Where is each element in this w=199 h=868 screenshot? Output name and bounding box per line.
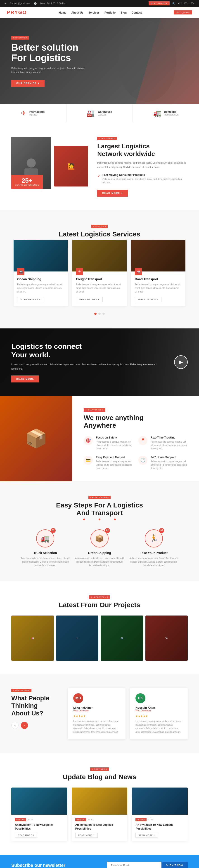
experience-label: Years Experience <box>15 184 39 186</box>
search-icon[interactable]: 🔍 <box>172 2 175 5</box>
road-more-button[interactable]: MORE DETAILS + <box>135 297 162 302</box>
payment-icon-wrap: 💳 <box>84 456 93 465</box>
step-card-3: 🏃 03 Take Your Product Aula commodo vehi… <box>129 529 179 567</box>
testimonial-nav: ‹ › <box>11 722 61 729</box>
experience-badge: 25+ Years Experience <box>11 175 43 189</box>
topbar-email: Contatc@gmail.com <box>10 2 30 5</box>
tracking-title: Real-Time Tracking <box>151 436 188 439</box>
nav-home[interactable]: Home <box>59 11 66 14</box>
portfolio-item-1[interactable]: 🚛 <box>11 616 54 661</box>
strip-item-sub: Transportation <box>164 114 178 116</box>
newsletter-email-input[interactable] <box>107 862 162 868</box>
freight-more-button[interactable]: MORE DETAILS + <box>76 297 103 302</box>
blog-date-3: Jul 30 <box>148 818 153 821</box>
blog-body-3: BY NEWS Jul 30 An Invitation To New Logi… <box>132 815 188 842</box>
nav-about[interactable]: About Us <box>71 11 83 14</box>
portfolio-section: # IN PORTFOLIO Latest From Our Projects … <box>0 581 199 674</box>
ocean-more-button[interactable]: MORE DETAILS + <box>17 297 44 302</box>
portfolio-item-4[interactable]: 🏗 <box>145 616 188 661</box>
review-text-1: Lorem maecenas quisque ac laoreet ac lor… <box>73 719 120 734</box>
about-right-images: 🙋 <box>54 137 88 195</box>
testimonials-section: # TESTIMONIAL What PeopleThinkingAbout U… <box>0 674 199 753</box>
blog-read-button-1[interactable]: READ MORE + <box>15 833 37 838</box>
why-section: 📦 # CHAPTER NO 1 We move anythingAnywher… <box>0 396 199 481</box>
check-icon: ✔ <box>97 174 100 178</box>
blog-title-1: An Invitation To New Logistic Possibilit… <box>15 823 63 831</box>
service-title-freight: Freight Transport <box>76 277 123 281</box>
hero-cta-button[interactable]: OUR SERVICE + <box>11 80 45 87</box>
service-card-ocean: 🚢 Ocean Shipping Pellentesque id congue … <box>13 240 68 306</box>
service-title-road: Road Transport <box>135 277 182 281</box>
blog-meta-3: BY NEWS Jul 30 <box>136 818 184 821</box>
blog-title: Update Blog and News <box>11 773 188 781</box>
blog-read-button-3[interactable]: READ MORE + <box>136 833 158 838</box>
dot-2[interactable] <box>98 313 101 315</box>
service-image-road: 🚛 <box>131 240 186 272</box>
strip-item-sub: Logistics <box>97 114 112 116</box>
warehouse-icon: 🏭 <box>87 110 95 117</box>
blog-meta-badge-2: BY NEWS <box>75 818 86 821</box>
review-text-2: Lorem maecenas quisque ac laoreet ac lor… <box>136 719 182 734</box>
step-dot-1 <box>83 519 85 520</box>
testimonial-card-1: MH Mika hakkinen Web Developer ★★★★★ Lor… <box>68 688 125 739</box>
blog-image-3 <box>132 787 188 815</box>
topbar-read-more-button[interactable]: READ MORE + <box>148 1 170 5</box>
nav-contact[interactable]: Contact <box>132 11 142 14</box>
about-description: Pellentesque id congue magna, sed ultric… <box>97 161 188 169</box>
next-testimonial-button[interactable]: › <box>21 722 28 729</box>
why-feature-text: 24/7 Hours Support Pellentesque id congu… <box>151 456 188 470</box>
step-dot-2 <box>98 519 101 520</box>
service-card-freight: ✈ Freight Transport Pellentesque id cong… <box>73 240 126 306</box>
video-read-more-button[interactable]: READ MORE <box>11 375 39 382</box>
why-features-grid: 🎯 Focus on Safety Pellentesque id congue… <box>84 436 188 470</box>
steps-progress <box>11 519 188 520</box>
tracking-icon: 📍 <box>140 438 145 443</box>
portfolio-item-3[interactable]: 🚢 <box>101 616 143 661</box>
blog-badge: # POST NEWS <box>90 767 109 771</box>
blog-meta-1: BY NEWS Jul 30 <box>15 818 63 821</box>
portfolio-overlay-2: ✈ <box>56 616 98 661</box>
domestic-icon: 🚛 <box>153 110 161 117</box>
image-overlay <box>131 240 186 272</box>
strip-item-warehouse: 🏭 Warehouse Logistics <box>66 104 133 122</box>
testimonial-card-2: HK Hossain Khan Web Developer ★★★★★ Lore… <box>130 688 188 739</box>
nav-portfolio[interactable]: Portfolio <box>105 11 116 14</box>
testimonial-badge: # TESTIMONIAL <box>11 689 31 692</box>
nav-services[interactable]: Services <box>88 11 100 14</box>
why-feature-text: Focus on Safety Pellentesque id congue m… <box>96 436 133 450</box>
why-image-inner: 📦 <box>0 396 73 481</box>
top-bar-left: ✉ Contatc@gmail.com 🕐 Mon - Sat 9:00 - 5… <box>4 2 65 5</box>
email-icon: ✉ <box>4 2 6 5</box>
dot-1[interactable] <box>94 313 96 315</box>
service-title-ocean: Ocean Shipping <box>17 277 64 281</box>
portfolio-badge: # IN PORTFOLIO <box>89 595 110 599</box>
hero-content: BEST PRYGO Better solutionFor Logistics … <box>0 35 100 87</box>
order-shipping-icon: 📦 <box>95 534 104 543</box>
why-image: 📦 <box>0 396 73 481</box>
avatar-1: MH <box>73 693 83 703</box>
nav-blog[interactable]: Blog <box>120 11 126 14</box>
about-section: 🙋 25+ Years Experience OUR COMPANY Large… <box>0 122 199 210</box>
blog-read-button-2[interactable]: READ MORE + <box>75 833 98 838</box>
navbar-cta-button[interactable]: GET QUOTE <box>174 10 192 14</box>
why-badge: # CHAPTER NO 1 <box>84 408 105 412</box>
newsletter-title: Subscribe our newsletter <box>11 863 65 868</box>
portfolio-overlay-3: 🚢 <box>101 616 143 661</box>
strip-item-title: International <box>29 110 45 114</box>
video-title: Logistics to connectYour world. <box>11 342 161 360</box>
video-play-button[interactable]: ▶ <box>174 355 188 369</box>
newsletter-submit-button[interactable]: SUBMIT NOW <box>162 862 188 868</box>
portfolio-item-2[interactable]: ✈ <box>56 616 98 661</box>
experience-number: 25+ <box>22 178 33 184</box>
support-desc: Pellentesque id congue magna, vel ultric… <box>151 460 188 470</box>
hero-title: Better solutionFor Logistics <box>11 42 88 63</box>
dot-3[interactable] <box>103 313 105 315</box>
payment-title: Easy Payment Method <box>96 456 133 459</box>
truck-selection-icon: 🚛 <box>41 534 50 543</box>
step-icon-wrap-2: 📦 02 <box>90 529 109 548</box>
prev-testimonial-button[interactable]: ‹ <box>11 722 19 729</box>
step-number-1: 01 <box>51 528 56 533</box>
about-read-more-button[interactable]: READ MORE + <box>97 190 128 197</box>
hero-badge: BEST PRYGO <box>11 36 29 39</box>
services-section: # SERVICES Latest Logistics Services 🚢 O… <box>0 210 199 329</box>
